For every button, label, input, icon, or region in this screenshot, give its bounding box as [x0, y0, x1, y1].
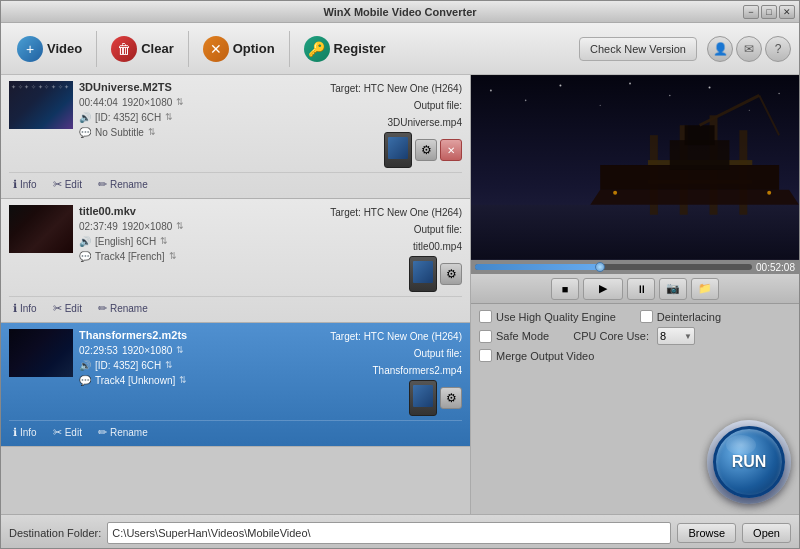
- high-quality-checkbox[interactable]: Use High Quality Engine: [479, 310, 616, 323]
- svg-point-6: [669, 95, 671, 97]
- file-output-1: 3DUniverse.mp4: [388, 115, 462, 130]
- clear-button[interactable]: 🗑 Clear: [103, 29, 182, 69]
- svg-point-2: [525, 100, 527, 102]
- video-button[interactable]: + Video: [9, 29, 90, 69]
- bottom-bar: Destination Folder: Browse Open: [1, 514, 799, 549]
- file-sub-1: No Subtitle: [95, 125, 144, 140]
- rename-button-1[interactable]: ✏ Rename: [94, 177, 152, 192]
- file-right-3: Target: HTC New One (H264) Output file: …: [322, 329, 462, 416]
- file-item-1[interactable]: ✦ ✧ ✦ ✧ ✦ ✧ ✦ ✧ ✦ 3DUniverse.M2TS 00:44:…: [1, 75, 470, 199]
- minimize-button[interactable]: −: [743, 5, 759, 19]
- deinterlacing-label: Deinterlacing: [657, 311, 721, 323]
- merge-output-checkbox[interactable]: Merge Output Video: [479, 349, 594, 362]
- option-icon: ✕: [203, 36, 229, 62]
- file-list-scroll[interactable]: ✦ ✧ ✦ ✧ ✦ ✧ ✦ ✧ ✦ 3DUniverse.M2TS 00:44:…: [1, 75, 470, 514]
- pause-button[interactable]: ⏸: [627, 278, 655, 300]
- options-and-run: Use High Quality Engine Deinterlacing Sa…: [471, 304, 799, 514]
- close-button[interactable]: ✕: [779, 5, 795, 19]
- svg-point-3: [559, 85, 561, 87]
- edit-button-2[interactable]: ✂ Edit: [49, 301, 86, 316]
- file-meta-3: 02:29:53 1920×1080 ⇅ 🔊 [ID: 4352] 6CH ⇅ …: [79, 343, 316, 388]
- video-preview: [471, 75, 799, 260]
- user-button[interactable]: 👤: [707, 36, 733, 62]
- phone-icon-1: [384, 132, 412, 168]
- screenshot-button[interactable]: 📷: [659, 278, 687, 300]
- edit-button-1[interactable]: ✂ Edit: [49, 177, 86, 192]
- help-button[interactable]: ?: [765, 36, 791, 62]
- rename-button-2[interactable]: ✏ Rename: [94, 301, 152, 316]
- run-button[interactable]: RUN: [713, 426, 785, 498]
- file-name-2: title00.mkv: [79, 205, 316, 217]
- edit-icon-1: ✂: [53, 178, 62, 191]
- check-version-button[interactable]: Check New Version: [579, 37, 697, 61]
- file-duration-1: 00:44:04: [79, 95, 118, 110]
- cpu-select[interactable]: 8 ▼: [657, 327, 695, 345]
- register-button[interactable]: 🔑 Register: [296, 29, 394, 69]
- safe-mode-label: Safe Mode: [496, 330, 549, 342]
- safe-mode-checkbox[interactable]: Safe Mode: [479, 330, 549, 343]
- merge-output-label: Merge Output Video: [496, 350, 594, 362]
- file-info-3: Thansformers2.m2ts 02:29:53 1920×1080 ⇅ …: [79, 329, 316, 388]
- play-button[interactable]: ▶: [583, 278, 623, 300]
- gear-button-2[interactable]: ⚙: [440, 263, 462, 285]
- progress-track[interactable]: [475, 264, 752, 270]
- user-icons: 👤 ✉ ?: [707, 36, 791, 62]
- preview-panel: 00:52:08 ■ ▶ ⏸ 📷 📁 Use High Quality Engi…: [471, 75, 799, 514]
- video-label: Video: [47, 41, 82, 56]
- maximize-button[interactable]: □: [761, 5, 777, 19]
- gear-button-1[interactable]: ⚙: [415, 139, 437, 161]
- file-meta-2: 02:37:49 1920×1080 ⇅ 🔊 [English] 6CH ⇅ 💬: [79, 219, 316, 264]
- sep1: [96, 31, 97, 67]
- phone-icon-2: [409, 256, 437, 292]
- file-sub-2: Track4 [French]: [95, 249, 165, 264]
- info-button-3[interactable]: ℹ Info: [9, 425, 41, 440]
- info-button-2[interactable]: ℹ Info: [9, 301, 41, 316]
- window-title: WinX Mobile Video Converter: [323, 6, 476, 18]
- main-content: ✦ ✧ ✦ ✧ ✦ ✧ ✦ ✧ ✦ 3DUniverse.M2TS 00:44:…: [1, 75, 799, 514]
- file-sub-3: Track4 [Unknown]: [95, 373, 175, 388]
- option-row-1: Use High Quality Engine Deinterlacing: [479, 310, 791, 323]
- progress-thumb: [595, 262, 605, 272]
- thumbnail-3: [9, 329, 73, 377]
- file-item-3[interactable]: Thansformers2.m2ts 02:29:53 1920×1080 ⇅ …: [1, 323, 470, 447]
- browse-button[interactable]: Browse: [677, 523, 736, 543]
- run-btn-container: RUN: [479, 362, 791, 508]
- gear-button-3[interactable]: ⚙: [440, 387, 462, 409]
- dest-label: Destination Folder:: [9, 527, 101, 539]
- clear-label: Clear: [141, 41, 174, 56]
- open-button[interactable]: Open: [742, 523, 791, 543]
- thumbnail-1: ✦ ✧ ✦ ✧ ✦ ✧ ✦ ✧ ✦: [9, 81, 73, 129]
- deinterlacing-checkbox[interactable]: Deinterlacing: [640, 310, 721, 323]
- edit-button-3[interactable]: ✂ Edit: [49, 425, 86, 440]
- run-outer: RUN: [707, 420, 791, 504]
- sep2: [188, 31, 189, 67]
- deinterlacing-check[interactable]: [640, 310, 653, 323]
- safe-mode-check[interactable]: [479, 330, 492, 343]
- file-duration-3: 02:29:53: [79, 343, 118, 358]
- file-duration-2: 02:37:49: [79, 219, 118, 234]
- rename-button-3[interactable]: ✏ Rename: [94, 425, 152, 440]
- file-item-2[interactable]: title00.mkv 02:37:49 1920×1080 ⇅ 🔊 [Engl…: [1, 199, 470, 323]
- file-sub-icon-3: 💬: [79, 373, 91, 388]
- option-button[interactable]: ✕ Option: [195, 29, 283, 69]
- svg-point-9: [778, 93, 780, 95]
- file-res-2: 1920×1080: [122, 219, 172, 234]
- svg-point-4: [600, 105, 601, 106]
- svg-point-7: [709, 86, 711, 88]
- stop-button[interactable]: ■: [551, 278, 579, 300]
- file-name-3: Thansformers2.m2ts: [79, 329, 316, 341]
- register-label: Register: [334, 41, 386, 56]
- email-button[interactable]: ✉: [736, 36, 762, 62]
- delete-button-1[interactable]: ✕: [440, 139, 462, 161]
- merge-output-check[interactable]: [479, 349, 492, 362]
- high-quality-check[interactable]: [479, 310, 492, 323]
- file-name-1: 3DUniverse.M2TS: [79, 81, 316, 93]
- file-output-label-1: Output file:: [414, 98, 462, 113]
- file-audio-icon-2: 🔊: [79, 234, 91, 249]
- progress-bar-container: 00:52:08: [471, 260, 799, 274]
- dest-input[interactable]: [107, 522, 671, 544]
- info-button-1[interactable]: ℹ Info: [9, 177, 41, 192]
- toolbar: + Video 🗑 Clear ✕ Option 🔑 Register Chec…: [1, 23, 799, 75]
- folder-button[interactable]: 📁: [691, 278, 719, 300]
- player-controls: ■ ▶ ⏸ 📷 📁: [471, 274, 799, 304]
